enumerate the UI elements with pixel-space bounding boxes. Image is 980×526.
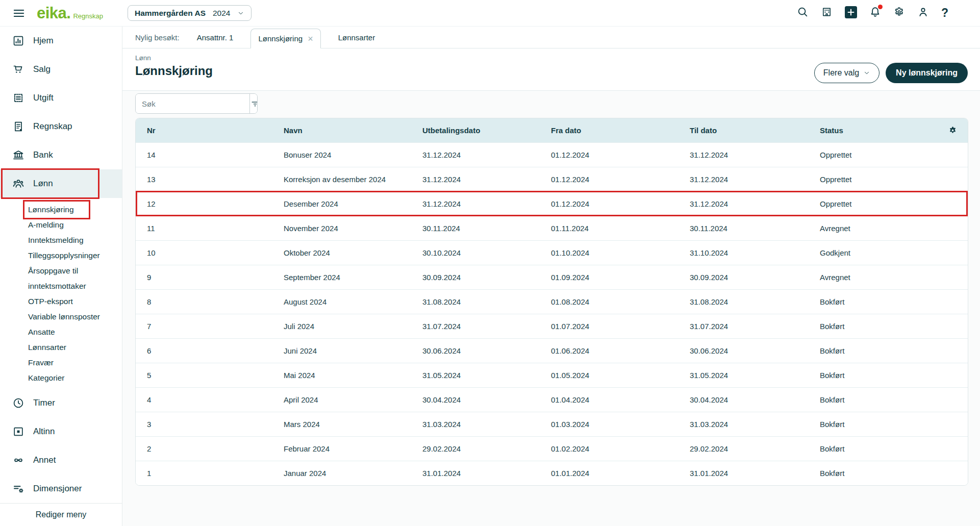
cell-til-dato: 31.08.2024 [679, 297, 809, 306]
submenu-item-tilleggsopplysninger[interactable]: Tilleggsopplysninger [28, 248, 100, 263]
table-header-row: NrNavnUtbetalingsdatoFra datoTil datoSta… [136, 118, 968, 142]
cell-status: Bokført [809, 444, 937, 453]
tab-lonnsarter[interactable]: Lønnsarter [338, 33, 375, 42]
cell-navn: November 2024 [272, 224, 411, 233]
chevron-down-icon [237, 10, 244, 17]
table-row[interactable]: 5Mai 202431.05.202401.05.202431.05.2024B… [136, 363, 968, 387]
column-header-nr: Nr [136, 126, 272, 135]
table-row[interactable]: 8August 202431.08.202401.08.202431.08.20… [136, 289, 968, 314]
cell-til-dato: 30.11.2024 [679, 224, 809, 233]
cell-utbetalingsdato: 31.12.2024 [411, 199, 540, 208]
main-area: Nylig besøkt: Ansattnr. 1Lønnskjøring×Lø… [122, 27, 980, 526]
help-button[interactable]: ? [941, 7, 948, 19]
sidebar-item-bank[interactable]: Bank [0, 141, 122, 169]
close-icon[interactable]: × [308, 34, 313, 43]
tab-bar: Nylig besøkt: Ansattnr. 1Lønnskjøring×Lø… [122, 27, 980, 48]
sidebar-item-regnskap[interactable]: Regnskap [0, 112, 122, 141]
table-row[interactable]: 14Bonuser 202431.12.202401.12.202431.12.… [136, 142, 968, 167]
submenu-item-lonnsarter[interactable]: Lønnsarter [28, 340, 66, 355]
sidebar-item-altinn[interactable]: Altinn [0, 417, 122, 446]
cell-nr: 8 [136, 297, 272, 306]
cell-navn: Mai 2024 [272, 371, 411, 380]
submenu-item-otp-eksport[interactable]: OTP-eksport [28, 294, 73, 309]
search-button[interactable] [797, 6, 809, 20]
table-row[interactable]: 12Desember 202431.12.202401.12.202431.12… [136, 191, 968, 216]
table-row[interactable]: 6Juni 202430.06.202401.06.202430.06.2024… [136, 338, 968, 363]
submenu-item-fravaer[interactable]: Fravær [28, 355, 54, 370]
edit-menu-link[interactable]: Rediger meny [36, 510, 87, 519]
sidebar-item-label: Salg [33, 64, 51, 74]
table-row[interactable]: 3Mars 202431.03.202401.03.202431.03.2024… [136, 412, 968, 436]
sidebar-item-utgift[interactable]: Utgift [0, 84, 122, 112]
notifications-button[interactable] [869, 6, 881, 20]
eika-logo[interactable]: eika. Regnskap [37, 4, 103, 22]
more-options-button[interactable]: Flere valg [814, 63, 880, 83]
table-row[interactable]: 4April 202430.04.202401.04.202430.04.202… [136, 387, 968, 412]
home-chart-icon [12, 35, 24, 47]
cell-status: Bokført [809, 371, 937, 380]
table-row[interactable]: 10Oktober 202430.10.202401.10.202431.10.… [136, 240, 968, 265]
cell-fra-dato: 01.04.2024 [540, 395, 679, 404]
cell-nr: 3 [136, 420, 272, 429]
submenu-item-ansatte[interactable]: Ansatte [28, 324, 55, 340]
recently-visited-label: Nylig besøkt: [135, 33, 180, 42]
search-icon [797, 6, 809, 18]
profile-button[interactable] [917, 6, 929, 20]
cell-navn: Juni 2024 [272, 346, 411, 355]
cell-status: Bokført [809, 297, 937, 306]
sidebar-item-annet[interactable]: Annet [0, 446, 122, 474]
submenu-item-variable-lonnsposter[interactable]: Variable lønnsposter [28, 309, 100, 324]
column-header-til-dato: Til dato [679, 126, 809, 135]
cell-status: Avregnet [809, 273, 937, 282]
sidebar-item-timer[interactable]: Timer [0, 389, 122, 417]
add-button[interactable] [845, 6, 857, 20]
cell-nr: 14 [136, 151, 272, 159]
cell-utbetalingsdato: 30.06.2024 [411, 346, 540, 355]
submenu-item-lonnskjoring[interactable]: Lønnskjøring [28, 202, 74, 217]
sidebar-submenu-lonn: LønnskjøringA-meldingInntektsmeldingTill… [0, 198, 122, 389]
topbar-icon-group: ? [797, 6, 948, 20]
cell-utbetalingsdato: 31.07.2024 [411, 322, 540, 331]
search-input[interactable] [136, 94, 249, 113]
sidebar-item-hjem[interactable]: Hjem [0, 27, 122, 55]
cell-navn: Juli 2024 [272, 322, 411, 331]
cell-fra-dato: 01.12.2024 [540, 151, 679, 159]
building-button[interactable] [821, 6, 833, 20]
submenu-item-a-melding[interactable]: A-melding [28, 217, 64, 233]
cell-nr: 13 [136, 175, 272, 184]
table-row[interactable]: 9September 202430.09.202401.09.202430.09… [136, 265, 968, 289]
table-row[interactable]: 7Juli 202431.07.202401.07.202431.07.2024… [136, 314, 968, 338]
cell-til-dato: 29.02.2024 [679, 444, 809, 453]
cell-utbetalingsdato: 29.02.2024 [411, 444, 540, 453]
company-selector[interactable]: Hammergården AS 2024 [128, 5, 252, 21]
submenu-item-arsoppgave-til-inntektsmottaker[interactable]: Årsoppgave til inntektsmottaker [28, 263, 122, 294]
cell-nr: 9 [136, 273, 272, 282]
table-row[interactable]: 11November 202430.11.202401.11.202430.11… [136, 216, 968, 240]
sidebar-item-salg[interactable]: Salg [0, 55, 122, 84]
submenu-item-kategorier[interactable]: Kategorier [28, 370, 65, 386]
table-settings-button[interactable] [937, 126, 968, 135]
receipt-icon [12, 92, 24, 104]
bank-icon [12, 149, 24, 161]
sidebar-item-lonn[interactable]: Lønn [0, 169, 122, 198]
cell-navn: September 2024 [272, 273, 411, 282]
tab-ansattnr-1[interactable]: Ansattnr. 1 [197, 33, 234, 42]
profile-icon [917, 6, 929, 18]
cell-fra-dato: 01.07.2024 [540, 322, 679, 331]
submenu-item-inntektsmelding[interactable]: Inntektsmelding [28, 233, 84, 248]
people-icon [12, 178, 24, 190]
filter-icon[interactable] [249, 94, 258, 113]
table-row[interactable]: 13Korreksjon av desember 202431.12.20240… [136, 167, 968, 191]
sidebar-item-dimensjoner[interactable]: Dimensjoner [0, 474, 122, 503]
tab-lonnskjoring[interactable]: Lønnskjøring× [250, 29, 320, 48]
cell-fra-dato: 01.12.2024 [540, 175, 679, 184]
building-icon [821, 6, 833, 18]
cell-nr: 4 [136, 395, 272, 404]
new-payroll-button[interactable]: Ny lønnskjøring [886, 63, 968, 83]
table-row[interactable]: 1Januar 202431.01.202401.01.202431.01.20… [136, 461, 968, 485]
menu-icon[interactable] [12, 7, 26, 20]
settings-button[interactable] [893, 6, 905, 20]
cell-nr: 5 [136, 371, 272, 380]
cell-utbetalingsdato: 31.08.2024 [411, 297, 540, 306]
table-row[interactable]: 2Februar 202429.02.202401.02.202429.02.2… [136, 436, 968, 461]
